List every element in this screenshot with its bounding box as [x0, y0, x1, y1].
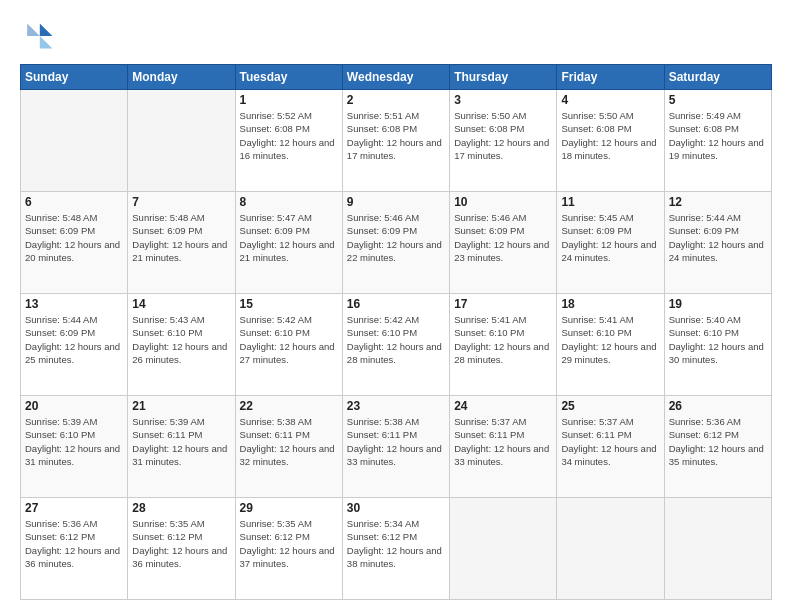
week-row-1: 1Sunrise: 5:52 AM Sunset: 6:08 PM Daylig… [21, 90, 772, 192]
day-number: 17 [454, 297, 552, 311]
day-cell: 30Sunrise: 5:34 AM Sunset: 6:12 PM Dayli… [342, 498, 449, 600]
day-number: 2 [347, 93, 445, 107]
day-info: Sunrise: 5:48 AM Sunset: 6:09 PM Dayligh… [25, 211, 123, 264]
day-number: 13 [25, 297, 123, 311]
day-cell: 3Sunrise: 5:50 AM Sunset: 6:08 PM Daylig… [450, 90, 557, 192]
week-row-3: 13Sunrise: 5:44 AM Sunset: 6:09 PM Dayli… [21, 294, 772, 396]
day-info: Sunrise: 5:34 AM Sunset: 6:12 PM Dayligh… [347, 517, 445, 570]
calendar-body: 1Sunrise: 5:52 AM Sunset: 6:08 PM Daylig… [21, 90, 772, 600]
svg-marker-1 [40, 36, 53, 49]
day-number: 9 [347, 195, 445, 209]
day-cell: 10Sunrise: 5:46 AM Sunset: 6:09 PM Dayli… [450, 192, 557, 294]
day-info: Sunrise: 5:52 AM Sunset: 6:08 PM Dayligh… [240, 109, 338, 162]
day-info: Sunrise: 5:41 AM Sunset: 6:10 PM Dayligh… [454, 313, 552, 366]
day-number: 24 [454, 399, 552, 413]
page: SundayMondayTuesdayWednesdayThursdayFrid… [0, 0, 792, 612]
day-cell: 1Sunrise: 5:52 AM Sunset: 6:08 PM Daylig… [235, 90, 342, 192]
day-number: 16 [347, 297, 445, 311]
day-cell: 20Sunrise: 5:39 AM Sunset: 6:10 PM Dayli… [21, 396, 128, 498]
day-number: 8 [240, 195, 338, 209]
svg-marker-0 [40, 23, 53, 36]
header [20, 18, 772, 54]
calendar-table: SundayMondayTuesdayWednesdayThursdayFrid… [20, 64, 772, 600]
day-cell: 12Sunrise: 5:44 AM Sunset: 6:09 PM Dayli… [664, 192, 771, 294]
day-number: 12 [669, 195, 767, 209]
day-info: Sunrise: 5:39 AM Sunset: 6:10 PM Dayligh… [25, 415, 123, 468]
day-number: 23 [347, 399, 445, 413]
day-cell: 16Sunrise: 5:42 AM Sunset: 6:10 PM Dayli… [342, 294, 449, 396]
day-header-monday: Monday [128, 65, 235, 90]
day-cell: 27Sunrise: 5:36 AM Sunset: 6:12 PM Dayli… [21, 498, 128, 600]
day-cell: 21Sunrise: 5:39 AM Sunset: 6:11 PM Dayli… [128, 396, 235, 498]
day-info: Sunrise: 5:40 AM Sunset: 6:10 PM Dayligh… [669, 313, 767, 366]
day-cell: 17Sunrise: 5:41 AM Sunset: 6:10 PM Dayli… [450, 294, 557, 396]
day-number: 1 [240, 93, 338, 107]
day-info: Sunrise: 5:36 AM Sunset: 6:12 PM Dayligh… [669, 415, 767, 468]
day-cell: 18Sunrise: 5:41 AM Sunset: 6:10 PM Dayli… [557, 294, 664, 396]
day-cell: 24Sunrise: 5:37 AM Sunset: 6:11 PM Dayli… [450, 396, 557, 498]
day-cell: 23Sunrise: 5:38 AM Sunset: 6:11 PM Dayli… [342, 396, 449, 498]
day-info: Sunrise: 5:44 AM Sunset: 6:09 PM Dayligh… [25, 313, 123, 366]
day-cell: 9Sunrise: 5:46 AM Sunset: 6:09 PM Daylig… [342, 192, 449, 294]
day-cell: 13Sunrise: 5:44 AM Sunset: 6:09 PM Dayli… [21, 294, 128, 396]
day-info: Sunrise: 5:36 AM Sunset: 6:12 PM Dayligh… [25, 517, 123, 570]
logo [20, 18, 60, 54]
day-number: 22 [240, 399, 338, 413]
day-cell: 5Sunrise: 5:49 AM Sunset: 6:08 PM Daylig… [664, 90, 771, 192]
day-cell: 7Sunrise: 5:48 AM Sunset: 6:09 PM Daylig… [128, 192, 235, 294]
day-number: 25 [561, 399, 659, 413]
day-number: 7 [132, 195, 230, 209]
day-number: 26 [669, 399, 767, 413]
day-info: Sunrise: 5:47 AM Sunset: 6:09 PM Dayligh… [240, 211, 338, 264]
svg-marker-2 [27, 23, 40, 36]
day-info: Sunrise: 5:51 AM Sunset: 6:08 PM Dayligh… [347, 109, 445, 162]
day-cell: 14Sunrise: 5:43 AM Sunset: 6:10 PM Dayli… [128, 294, 235, 396]
day-number: 29 [240, 501, 338, 515]
day-cell [664, 498, 771, 600]
day-cell [128, 90, 235, 192]
header-row: SundayMondayTuesdayWednesdayThursdayFrid… [21, 65, 772, 90]
day-header-wednesday: Wednesday [342, 65, 449, 90]
day-header-tuesday: Tuesday [235, 65, 342, 90]
day-cell: 2Sunrise: 5:51 AM Sunset: 6:08 PM Daylig… [342, 90, 449, 192]
day-info: Sunrise: 5:44 AM Sunset: 6:09 PM Dayligh… [669, 211, 767, 264]
day-cell: 8Sunrise: 5:47 AM Sunset: 6:09 PM Daylig… [235, 192, 342, 294]
day-info: Sunrise: 5:45 AM Sunset: 6:09 PM Dayligh… [561, 211, 659, 264]
day-info: Sunrise: 5:38 AM Sunset: 6:11 PM Dayligh… [347, 415, 445, 468]
day-number: 5 [669, 93, 767, 107]
day-number: 20 [25, 399, 123, 413]
day-info: Sunrise: 5:43 AM Sunset: 6:10 PM Dayligh… [132, 313, 230, 366]
day-cell: 11Sunrise: 5:45 AM Sunset: 6:09 PM Dayli… [557, 192, 664, 294]
day-number: 11 [561, 195, 659, 209]
day-cell: 25Sunrise: 5:37 AM Sunset: 6:11 PM Dayli… [557, 396, 664, 498]
logo-icon [20, 18, 56, 54]
day-number: 28 [132, 501, 230, 515]
day-cell: 28Sunrise: 5:35 AM Sunset: 6:12 PM Dayli… [128, 498, 235, 600]
day-info: Sunrise: 5:46 AM Sunset: 6:09 PM Dayligh… [347, 211, 445, 264]
day-cell: 22Sunrise: 5:38 AM Sunset: 6:11 PM Dayli… [235, 396, 342, 498]
day-number: 6 [25, 195, 123, 209]
day-cell [21, 90, 128, 192]
day-info: Sunrise: 5:39 AM Sunset: 6:11 PM Dayligh… [132, 415, 230, 468]
day-number: 30 [347, 501, 445, 515]
day-number: 14 [132, 297, 230, 311]
day-info: Sunrise: 5:42 AM Sunset: 6:10 PM Dayligh… [240, 313, 338, 366]
day-info: Sunrise: 5:37 AM Sunset: 6:11 PM Dayligh… [454, 415, 552, 468]
day-cell: 26Sunrise: 5:36 AM Sunset: 6:12 PM Dayli… [664, 396, 771, 498]
day-header-saturday: Saturday [664, 65, 771, 90]
week-row-5: 27Sunrise: 5:36 AM Sunset: 6:12 PM Dayli… [21, 498, 772, 600]
day-info: Sunrise: 5:46 AM Sunset: 6:09 PM Dayligh… [454, 211, 552, 264]
day-header-sunday: Sunday [21, 65, 128, 90]
day-info: Sunrise: 5:50 AM Sunset: 6:08 PM Dayligh… [454, 109, 552, 162]
day-cell: 6Sunrise: 5:48 AM Sunset: 6:09 PM Daylig… [21, 192, 128, 294]
day-cell: 15Sunrise: 5:42 AM Sunset: 6:10 PM Dayli… [235, 294, 342, 396]
day-info: Sunrise: 5:49 AM Sunset: 6:08 PM Dayligh… [669, 109, 767, 162]
day-info: Sunrise: 5:50 AM Sunset: 6:08 PM Dayligh… [561, 109, 659, 162]
week-row-4: 20Sunrise: 5:39 AM Sunset: 6:10 PM Dayli… [21, 396, 772, 498]
day-info: Sunrise: 5:41 AM Sunset: 6:10 PM Dayligh… [561, 313, 659, 366]
day-info: Sunrise: 5:37 AM Sunset: 6:11 PM Dayligh… [561, 415, 659, 468]
week-row-2: 6Sunrise: 5:48 AM Sunset: 6:09 PM Daylig… [21, 192, 772, 294]
day-number: 3 [454, 93, 552, 107]
day-info: Sunrise: 5:35 AM Sunset: 6:12 PM Dayligh… [240, 517, 338, 570]
day-info: Sunrise: 5:35 AM Sunset: 6:12 PM Dayligh… [132, 517, 230, 570]
